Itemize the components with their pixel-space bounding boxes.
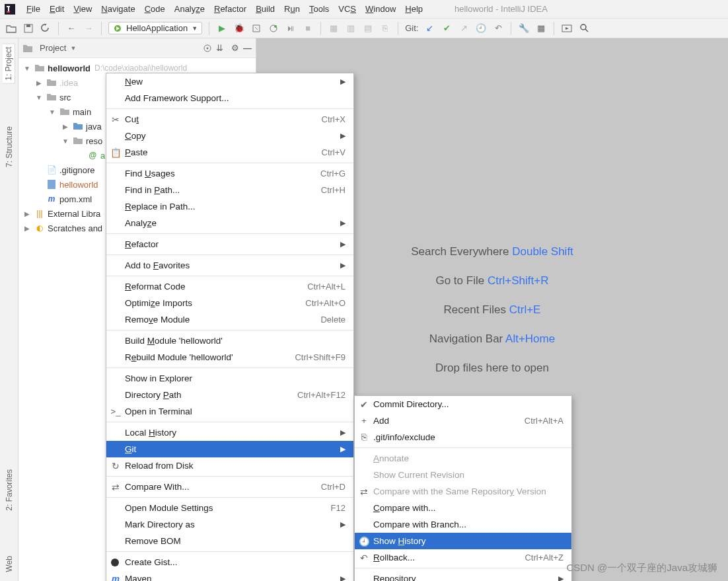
tab-web[interactable]: Web [3, 553, 15, 574]
menu-item[interactable]: >_Open in Terminal [106, 403, 353, 420]
menu-item[interactable]: Reformat CodeCtrl+Alt+L [106, 278, 353, 295]
menu-item[interactable]: New▶ [106, 73, 353, 90]
menu-tools[interactable]: Tools [305, 4, 333, 14]
menu-refactor[interactable]: Refactor [210, 4, 250, 14]
menu-item[interactable]: Repository▶ [355, 570, 571, 581]
menu-label: Build Module 'helloworld' [125, 336, 223, 346]
t2-icon[interactable]: ▥ [345, 22, 357, 34]
back-icon[interactable]: ← [65, 22, 77, 34]
tab-favorites[interactable]: 2: Favorites [3, 467, 15, 514]
forward-icon[interactable]: → [83, 22, 94, 34]
menu-shortcut: Ctrl+Shift+F9 [295, 352, 346, 362]
menu-item[interactable]: Add Framework Support... [106, 90, 353, 106]
menu-item[interactable]: Build Module 'helloworld' [106, 332, 353, 349]
menu-shortcut: Delete [320, 315, 346, 325]
menu-item[interactable]: Copy▶ [106, 128, 353, 144]
refresh-icon[interactable] [40, 22, 52, 34]
menu-item[interactable]: Compare with... [355, 500, 571, 516]
menu-item[interactable]: Git▶ [106, 441, 353, 457]
menu-item[interactable]: 🕘Show History [355, 533, 571, 549]
run-config-dropdown[interactable]: HelloApplication ▼ [108, 22, 202, 34]
menu-code[interactable]: Code [141, 4, 169, 14]
search-icon[interactable] [578, 22, 590, 34]
save-icon[interactable] [22, 22, 34, 34]
menu-item[interactable]: ↻Reload from Disk [106, 457, 353, 474]
menu-item[interactable]: Remove BOM [106, 533, 353, 549]
project-header-label[interactable]: Project [37, 43, 66, 53]
menu-vcs[interactable]: VCS [334, 4, 360, 14]
t1-icon[interactable]: ▦ [328, 22, 340, 34]
t4-icon[interactable]: ⎘ [379, 22, 391, 34]
git-commit-icon[interactable]: ✔ [441, 22, 453, 34]
menu-build[interactable]: Build [252, 4, 279, 14]
locate-icon[interactable] [203, 44, 212, 53]
git-rollback-icon[interactable]: ↶ [492, 22, 504, 34]
menu-item[interactable]: ⎘.git/info/exclude [355, 429, 571, 445]
menu-navigate[interactable]: Navigate [97, 4, 139, 14]
menu-label: Rollback... [373, 553, 415, 562]
context-menu-main[interactable]: New▶Add Framework Support...✂CutCtrl+XCo… [106, 73, 354, 581]
menu-analyze[interactable]: Analyze [170, 4, 209, 14]
menu-item[interactable]: Analyze▶ [106, 215, 353, 231]
menu-item[interactable]: mMaven▶ [106, 570, 353, 581]
run-icon[interactable]: ▶ [216, 22, 228, 34]
svg-point-10 [581, 24, 586, 30]
menu-item[interactable]: Add to Favorites▶ [106, 257, 353, 274]
idea-logo-icon [4, 3, 16, 15]
menu-file[interactable]: FFileile [22, 4, 44, 14]
submenu-arrow-icon: ▶ [340, 219, 346, 227]
hide-icon[interactable]: — [243, 43, 252, 53]
debug-icon[interactable]: 🐞 [233, 22, 245, 34]
menu-run[interactable]: Run [280, 4, 304, 14]
menu-item[interactable]: ⇄Compare With...Ctrl+D [106, 479, 353, 495]
gear-icon[interactable]: ⚙ [231, 43, 239, 53]
menu-item[interactable]: Find UsagesCtrl+G [106, 165, 353, 182]
structure-icon[interactable]: ▦ [535, 22, 547, 34]
menu-item[interactable]: Remove ModuleDelete [106, 311, 353, 328]
menu-item[interactable]: 📋PasteCtrl+V [106, 144, 353, 161]
menu-item[interactable]: Optimize ImportsCtrl+Alt+O [106, 295, 353, 311]
presentation-icon[interactable] [561, 22, 573, 34]
menu-item[interactable]: Compare with Branch... [355, 516, 571, 533]
menu-item[interactable]: Refactor▶ [106, 236, 353, 252]
menu-help[interactable]: Help [401, 4, 427, 14]
context-menu-git[interactable]: ✔Commit Directory...+AddCtrl+Alt+A⎘.git/… [354, 395, 572, 581]
menu-item[interactable]: Mark Directory as▶ [106, 516, 353, 533]
menu-item[interactable]: +AddCtrl+Alt+A [355, 412, 571, 429]
open-icon[interactable] [5, 22, 17, 34]
profile-icon[interactable] [268, 22, 279, 34]
menu-item[interactable]: Replace in Path... [106, 198, 353, 215]
attach-icon[interactable]: ⏯ [285, 22, 297, 34]
menu-window[interactable]: Window [361, 4, 400, 14]
menu-item[interactable]: Find in Path...Ctrl+H [106, 182, 353, 198]
tab-structure[interactable]: 7: Structure [3, 124, 15, 170]
menu-item[interactable]: Directory PathCtrl+Alt+F12 [106, 387, 353, 403]
menu-icon: ✔ [359, 399, 369, 410]
menu-icon: + [359, 416, 369, 426]
menu-label: Repository [373, 574, 416, 581]
git-history-icon[interactable]: 🕘 [475, 22, 487, 34]
tab-project[interactable]: 1: Project [3, 44, 15, 84]
coverage-icon[interactable] [250, 22, 262, 34]
menu-item[interactable]: ✔Commit Directory... [355, 396, 571, 412]
stop-icon[interactable]: ■ [302, 22, 314, 34]
menu-icon: ⇄ [359, 486, 369, 497]
menu-view[interactable]: View [69, 4, 96, 14]
menu-item[interactable]: Local History▶ [106, 424, 353, 441]
collapse-icon[interactable]: ⇊ [216, 43, 223, 53]
menu-item[interactable]: Create Gist... [106, 554, 353, 570]
menu-label: Compare with... [373, 503, 436, 513]
git-update-icon[interactable]: ↙ [423, 22, 435, 34]
menu-item[interactable]: Rebuild Module 'helloworld'Ctrl+Shift+F9 [106, 349, 353, 366]
menu-item[interactable]: ↶Rollback...Ctrl+Alt+Z [355, 549, 571, 566]
menu-item[interactable]: Open Module SettingsF12 [106, 500, 353, 516]
menu-item[interactable]: ✂CutCtrl+X [106, 111, 353, 128]
settings-icon[interactable]: 🔧 [518, 22, 530, 34]
menu-label: Find in Path... [125, 185, 180, 195]
menu-label: Replace in Path... [125, 202, 196, 212]
menu-item[interactable]: Show in Explorer [106, 370, 353, 387]
menu-edit[interactable]: Edit [46, 4, 68, 14]
t3-icon[interactable]: ▤ [362, 22, 374, 34]
git-push-icon[interactable]: ↗ [458, 22, 470, 34]
menu-shortcut: Ctrl+Alt+F12 [297, 390, 346, 400]
